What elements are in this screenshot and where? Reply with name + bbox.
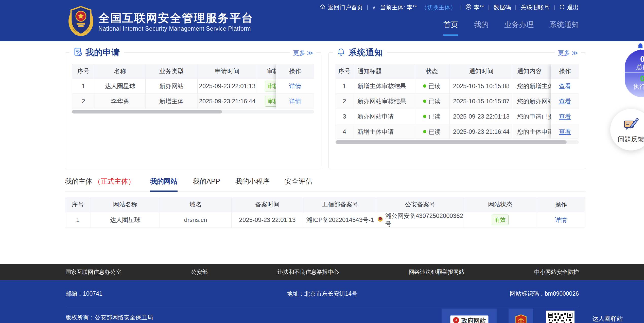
system-notifications-panel: 系统通知 更多 ≫ 序号 通知标题 状态 通知时间 通知内容 1 新增主体审核结… <box>328 52 586 169</box>
user-menu[interactable]: 李** <box>465 4 484 11</box>
current-subject[interactable]: ∨ 当前主体: 李** （切换主体） <box>372 4 456 11</box>
feedback-label: 问题反馈 <box>610 135 644 144</box>
read-status-dot <box>423 84 426 88</box>
col-no: 序号 <box>65 197 91 212</box>
separator: | <box>460 5 461 10</box>
user-icon <box>465 4 472 11</box>
main-nav: 首页 我的 业务办理 系统通知 <box>443 20 579 36</box>
subject-type-label: （正式主体） <box>94 177 135 187</box>
applications-table: 序号 名称 业务类型 申请时间 审核状态 1 达人圈星球 新办网站 2025-0… <box>72 64 314 109</box>
divider <box>625 72 644 73</box>
data-code-link[interactable]: 数据码 <box>494 4 511 11</box>
horizontal-scrollbar[interactable] <box>72 110 314 113</box>
col-action: 操作 <box>276 64 314 79</box>
notification-bell-icon[interactable] <box>637 43 644 50</box>
my-applications-panel: 我的申请 更多 ≫ 序号 名称 业务类型 申请时间 审核状态 1 达人圈星球 新… <box>65 52 321 169</box>
view-link[interactable]: 查看 <box>559 97 571 105</box>
bell-icon <box>337 48 345 57</box>
tab-my-subject[interactable]: 我的主体（正式主体） <box>65 177 135 192</box>
col-type: 业务类型 <box>146 64 198 79</box>
col-domain: 域名 <box>160 197 232 212</box>
my-applications-header: 我的申请 <box>69 46 124 59</box>
horizontal-scrollbar[interactable] <box>336 140 579 144</box>
applications-more-link[interactable]: 更多 ≫ <box>290 49 316 57</box>
detail-link[interactable]: 详情 <box>289 82 301 90</box>
col-no: 序号 <box>72 64 95 79</box>
detail-link[interactable]: 详情 <box>555 216 567 224</box>
power-icon <box>559 4 565 11</box>
page-title: 全国互联网安全管理服务平台 <box>98 11 253 26</box>
home-icon <box>320 4 326 11</box>
table-row: 4 新增主体申请 已读 2025-09-23 21:16:44 您的主体申请已提 <box>336 124 579 139</box>
total-label: 总数 <box>625 63 644 71</box>
tab-my-miniprogram[interactable]: 我的小程序 <box>235 177 270 192</box>
col-record-time: 备案时间 <box>232 197 303 212</box>
footer: 邮编：100741 地址：北京市东长安街14号 网站标识码：bm09000026… <box>0 280 644 323</box>
read-status-dot <box>423 130 426 133</box>
logout-link[interactable]: 退出 <box>559 4 579 11</box>
col-status: 状态 <box>414 64 450 79</box>
switch-subject-link[interactable]: （切换主体） <box>421 4 456 11</box>
qr-code <box>546 311 575 323</box>
task-counter-widget[interactable]: 0 总数 0 执行中 <box>625 50 644 97</box>
nav-item-home[interactable]: 首页 <box>443 20 458 36</box>
footer-link-cac[interactable]: 国家互联网信息办公室 <box>65 268 121 276</box>
col-action: 操作 <box>551 64 579 79</box>
col-no: 序号 <box>336 64 353 79</box>
fixed-action-column: 操作 查看 查看 查看 查看 <box>551 64 579 139</box>
separator: | <box>554 5 555 10</box>
read-status-dot <box>423 115 426 118</box>
notifications-table: 序号 通知标题 状态 通知时间 通知内容 1 新增主体审核结果 已读 2025-… <box>336 64 579 139</box>
footer-link-cybercrime[interactable]: 网络违法犯罪举报网站 <box>409 268 464 276</box>
old-account-link[interactable]: 关联旧账号 <box>520 4 550 11</box>
nav-item-business[interactable]: 业务办理 <box>504 20 534 36</box>
col-name: 名称 <box>95 64 146 79</box>
col-site-status: 网站状态 <box>463 197 537 212</box>
footer-link-report-center[interactable]: 违法和不良信息举报中心 <box>277 268 339 276</box>
col-time: 申请时间 <box>198 64 257 79</box>
footer-link-site-protection[interactable]: 中小网站安全防护 <box>534 268 579 276</box>
red-shield-badge[interactable] <box>509 309 533 323</box>
feedback-button[interactable]: 问题反馈 <box>610 109 644 150</box>
tab-security-assessment[interactable]: 安全评估 <box>285 177 312 192</box>
table-header-row: 序号 通知标题 状态 通知时间 通知内容 <box>336 64 579 79</box>
notifications-more-link[interactable]: 更多 ≫ <box>555 49 581 57</box>
col-title: 通知标题 <box>353 64 414 79</box>
table-row: 1 达人圈星球 drsns.cn 2025-09-23 22:01:13 湘IC… <box>65 212 586 228</box>
table-row: 2 新办网站审核结果 已读 2025-10-15 10:15:07 您的新办网站… <box>336 94 579 109</box>
site-code: 网站标识码：bm09000026 <box>510 290 579 298</box>
copyright: 版权所有：公安部网络安全保卫局 <box>65 314 153 321</box>
section-tabs: 我的主体（正式主体） 我的网站 我的APP 我的小程序 安全评估 <box>65 177 586 192</box>
nav-item-notice[interactable]: 系统通知 <box>549 20 579 36</box>
chevron-down-icon: ∨ <box>372 5 375 10</box>
footer-link-mps[interactable]: 公安部 <box>191 268 208 276</box>
col-police-record: 公安备案号 <box>377 197 463 212</box>
return-portal-link[interactable]: 返回门户首页 <box>320 4 363 11</box>
feedback-pencil-icon <box>623 128 639 132</box>
read-status-dot <box>423 100 426 103</box>
separator: | <box>488 5 489 10</box>
double-arrow-icon: ≫ <box>307 49 313 56</box>
tab-my-app[interactable]: 我的APP <box>193 177 220 192</box>
gov-site-badge[interactable]: 政府网站 <box>442 309 497 323</box>
table-header-row: 序号 网站名称 域名 备案时间 工信部备案号 公安备案号 网站状态 操作 <box>65 197 586 212</box>
fixed-action-column: 操作 详情 详情 <box>276 64 314 109</box>
nav-item-mine[interactable]: 我的 <box>474 20 489 36</box>
police-emblem-icon <box>377 216 383 224</box>
tab-my-website[interactable]: 我的网站 <box>150 177 178 192</box>
detail-link[interactable]: 详情 <box>289 97 301 105</box>
total-count: 0 <box>625 55 644 63</box>
double-arrow-icon: ≫ <box>572 49 578 56</box>
footer-links-band: 国家互联网信息办公室 公安部 违法和不良信息举报中心 网络违法犯罪举报网站 中小… <box>0 264 644 280</box>
view-link[interactable]: 查看 <box>559 128 571 136</box>
gov-flag-icon <box>453 317 459 323</box>
separator: | <box>367 5 368 10</box>
view-link[interactable]: 查看 <box>559 112 571 121</box>
my-applications-title: 我的申请 <box>85 47 120 58</box>
page: 全国互联网安全管理服务平台 National Internet Security… <box>0 0 644 323</box>
police-badge-logo <box>67 6 94 36</box>
postcode: 邮编：100741 <box>65 290 102 298</box>
view-link[interactable]: 查看 <box>559 82 571 90</box>
col-action: 操作 <box>537 197 585 212</box>
col-time: 通知时间 <box>450 64 513 79</box>
